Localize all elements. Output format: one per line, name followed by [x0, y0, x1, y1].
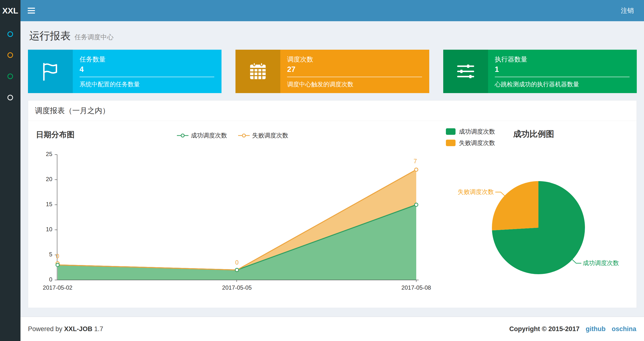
sidebar-item-1[interactable] [0, 26, 20, 43]
oschina-link[interactable]: oschina [612, 325, 636, 332]
legend-label: 成功调度次数 [191, 131, 227, 139]
flag-icon [28, 50, 73, 93]
navbar: XXL 注销 [0, 0, 644, 21]
pie-labelline-success [572, 260, 581, 263]
sidebar [0, 21, 20, 341]
app-logo[interactable]: XXL [0, 0, 20, 21]
info-box-title: 调度次数 [287, 55, 422, 64]
info-box-title: 任务数量 [80, 55, 214, 64]
pie-slice-fail [492, 181, 538, 230]
info-box-desc: 系统中配置的任务数量 [80, 80, 214, 88]
legend-marker-success [177, 134, 188, 137]
hamburger-icon [28, 8, 35, 9]
pie-label-fail: 失败调度次数 [458, 188, 494, 195]
panel-body: 日期分布图 成功调度次数 失败调度次数 [28, 121, 636, 308]
info-box-divider [287, 77, 422, 77]
point-label-fail: 0 [235, 259, 238, 266]
info-box-divider [495, 77, 630, 77]
info-box-desc: 调度中心触发的调度次数 [287, 80, 422, 88]
github-link[interactable]: github [586, 325, 606, 332]
main-content: 运行报表 任务调度中心 任务数量 4 系统中配置的任务数量 [20, 21, 644, 317]
point-label-fail: 7 [414, 158, 417, 164]
legend-item-success[interactable]: 成功调度次数 [177, 131, 227, 139]
x-tick-label: 2017-05-02 [43, 284, 72, 291]
circle-icon [8, 95, 13, 100]
page-subtitle: 任务调度中心 [74, 33, 114, 42]
success-ratio-pie-chart: 失败调度次数 成功调度次数 [481, 164, 631, 299]
legend-swatch-fail [446, 140, 456, 146]
legend-label: 失败调度次数 [459, 139, 495, 147]
circle-icon [8, 31, 13, 37]
y-tick-label: 10 [46, 226, 52, 232]
point-label-fail: 0 [56, 253, 59, 259]
info-box-desc: 心跳检测成功的执行器机器数量 [495, 80, 630, 88]
pie-legend-item-fail[interactable]: 失败调度次数 [446, 139, 495, 147]
pie-labelline-fail [495, 192, 505, 196]
pie-legend-item-success[interactable]: 成功调度次数 [446, 128, 495, 136]
pie-chart-legend: 成功调度次数 失败调度次数 [446, 128, 495, 150]
legend-label: 成功调度次数 [459, 128, 495, 136]
info-box-value: 4 [80, 65, 214, 74]
circle-icon [8, 52, 13, 58]
product-name: XXL-JOB [64, 325, 92, 332]
info-box-text: 任务数量 4 系统中配置的任务数量 [73, 50, 222, 93]
line-chart-title: 日期分布图 [36, 130, 74, 140]
info-box-title: 执行器数量 [495, 55, 630, 64]
page-title: 运行报表 [29, 29, 70, 43]
circle-icon [8, 74, 13, 79]
y-tick-label: 25 [46, 151, 52, 157]
info-box-trigger-count: 调度次数 27 调度中心触发的调度次数 [236, 50, 429, 93]
sidebar-item-2[interactable] [0, 47, 20, 64]
info-box-row: 任务数量 4 系统中配置的任务数量 调度次数 27 [28, 50, 637, 93]
y-tick-label: 5 [49, 251, 52, 257]
pie-chart-title: 成功比例图 [513, 129, 554, 140]
legend-marker-fail [238, 134, 250, 137]
y-tick-label: 20 [46, 176, 52, 182]
legend-swatch-success [446, 128, 456, 135]
logout-link[interactable]: 注销 [611, 0, 644, 21]
content-header: 运行报表 任务调度中心 [28, 21, 637, 50]
info-box-value: 1 [495, 65, 630, 74]
pie-label-success: 成功调度次数 [583, 259, 619, 266]
product-version: 1.7 [94, 325, 104, 332]
y-tick-label: 15 [46, 201, 52, 207]
x-tick-label: 2017-05-08 [402, 284, 431, 291]
info-box-executor-count: 执行器数量 1 心跳检测成功的执行器机器数量 [443, 50, 637, 93]
info-box-divider [80, 77, 214, 77]
sliders-icon [443, 50, 488, 93]
y-tick-label: 0 [49, 276, 52, 283]
line-chart-legend: 成功调度次数 失败调度次数 [177, 131, 288, 139]
info-box-text: 调度次数 27 调度中心触发的调度次数 [280, 50, 429, 93]
powered-by-text: Powered by [28, 325, 62, 332]
hamburger-icon [28, 10, 35, 11]
x-tick-label: 2017-05-05 [222, 284, 252, 291]
info-box-task-count: 任务数量 4 系统中配置的任务数量 [28, 50, 222, 93]
info-box-text: 执行器数量 1 心跳检测成功的执行器机器数量 [488, 50, 637, 93]
panel-title: 调度报表（一月之内） [28, 101, 636, 121]
calendar-icon [236, 50, 280, 93]
info-box-value: 27 [287, 65, 422, 74]
footer-right: Copyright © 2015-2017 github oschina [509, 325, 636, 333]
footer: Powered by XXL-JOB 1.7 Copyright © 2015-… [20, 317, 644, 341]
report-panel: 调度报表（一月之内） 日期分布图 成功调度次数 失败调度次数 [28, 100, 637, 308]
legend-item-fail[interactable]: 失败调度次数 [238, 131, 288, 139]
sidebar-item-3[interactable] [0, 68, 20, 85]
legend-label: 失败调度次数 [252, 131, 288, 139]
hamburger-icon [28, 13, 35, 14]
powered-by: Powered by XXL-JOB 1.7 [28, 325, 103, 333]
sidebar-item-4[interactable] [0, 89, 20, 106]
copyright-text: Copyright © 2015-2017 [509, 325, 580, 332]
date-distribution-chart: 25 20 15 10 5 0 2017-05-02 2017-05-05 20… [30, 147, 431, 297]
menu-toggle-button[interactable] [20, 0, 42, 21]
